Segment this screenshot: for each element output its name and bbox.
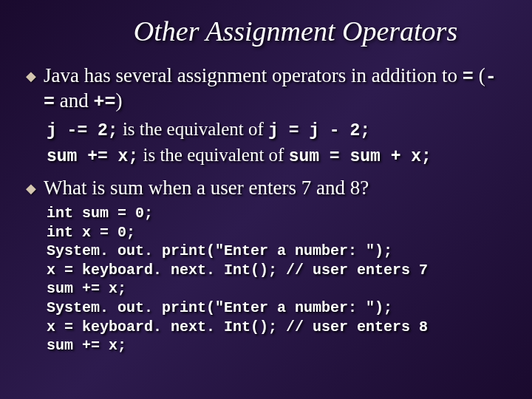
diamond-icon: ◆ bbox=[26, 180, 36, 197]
sub-1: j -= 2; is the equivalent of j = j - 2; bbox=[47, 117, 506, 143]
sub-2: sum += x; is the equivalent of sum = sum… bbox=[47, 143, 506, 168]
diamond-icon: ◆ bbox=[26, 68, 36, 84]
code-line: sum += x; bbox=[47, 337, 126, 354]
paren-close: ) bbox=[116, 89, 123, 112]
and-text: and bbox=[55, 89, 93, 112]
code-line: System. out. print("Enter a number: "); bbox=[47, 242, 392, 259]
sub2-mid: is the equivalent of bbox=[138, 145, 288, 165]
code-line: x = keyboard. next. Int(); // user enter… bbox=[47, 318, 428, 335]
bullet-1-text: Java has several assignment operators in… bbox=[44, 64, 506, 115]
sub1-code2: j = j - 2; bbox=[268, 121, 370, 140]
code-line: sum += x; bbox=[47, 280, 126, 297]
code-plus-eq: += bbox=[94, 92, 116, 113]
bullet-2: ◆ What is sum when a user enters 7 and 8… bbox=[26, 176, 506, 201]
sub1-mid: is the equivalent of bbox=[118, 119, 268, 139]
bullet-1-pre: Java has several assignment operators in… bbox=[44, 64, 463, 86]
slide-container: Other Assignment Operators ◆ Java has se… bbox=[0, 0, 532, 370]
code-line: x = keyboard. next. Int(); // user enter… bbox=[47, 262, 428, 279]
paren-open: ( bbox=[474, 64, 485, 86]
bullet-1: ◆ Java has several assignment operators … bbox=[26, 64, 506, 115]
code-line: int x = 0; bbox=[47, 224, 135, 241]
slide-title: Other Assignment Operators bbox=[26, 15, 506, 47]
code-line: System. out. print("Enter a number: "); bbox=[47, 299, 392, 316]
code-eq: = bbox=[463, 66, 474, 88]
sub2-code1: sum += x; bbox=[47, 147, 138, 166]
bullet-2-text: What is sum when a user enters 7 and 8? bbox=[44, 176, 369, 201]
code-line: int sum = 0; bbox=[47, 205, 153, 222]
code-block: int sum = 0; int x = 0; System. out. pri… bbox=[47, 204, 506, 355]
sub2-code2: sum = sum + x; bbox=[289, 147, 432, 166]
sub1-code1: j -= 2; bbox=[47, 121, 118, 140]
